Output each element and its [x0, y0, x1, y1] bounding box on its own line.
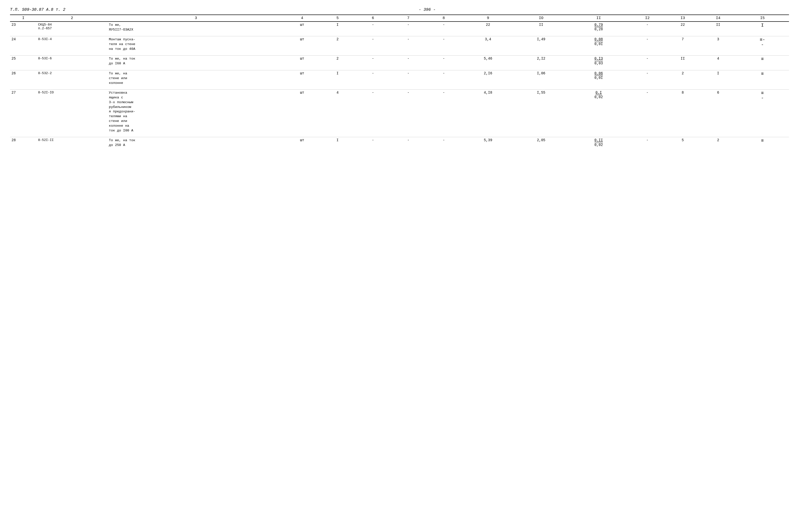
- fraction-value: 0,I30,03: [595, 57, 603, 65]
- document-header: Т.П. S09-30.87 А.8 т. 2 - 396 -: [10, 7, 789, 12]
- table-cell: шт: [284, 70, 320, 87]
- table-cell: -: [391, 137, 426, 149]
- col-header-5: 5: [320, 15, 355, 21]
- table-cell-fraction: 0,060,0I: [568, 70, 630, 87]
- table-cell: 2,I6: [461, 70, 515, 87]
- col-header-4: 4: [284, 15, 320, 21]
- table-cell: 8-532-2: [37, 70, 108, 87]
- table-cell: II: [665, 56, 700, 67]
- table-cell: -: [355, 137, 391, 149]
- table-cell: 7: [665, 36, 700, 53]
- table-cell: 27: [10, 89, 37, 134]
- table-cell: 8-53I-6: [37, 56, 108, 67]
- col-header-1: I: [10, 15, 37, 21]
- table-cell: 8-52I-IO: [37, 89, 108, 134]
- table-cell: -: [630, 89, 665, 134]
- table-cell: 5,46: [461, 56, 515, 67]
- col-header-10: IO: [515, 15, 568, 21]
- table-row: 258-53I-6То же, на ток до I60 Ашт2---5,4…: [10, 56, 789, 67]
- table-cell: -: [630, 36, 665, 53]
- table-cell-symbol: ≡ -: [736, 89, 789, 134]
- col-header-15: I5: [736, 15, 789, 21]
- table-cell: 8-53I-4: [37, 36, 108, 53]
- table-row: 268-532-2То же, на стене или колоннештI-…: [10, 70, 789, 87]
- doc-page: - 396 -: [419, 7, 435, 12]
- table-cell: II: [515, 21, 568, 33]
- table-cell: -: [630, 56, 665, 67]
- table-cell: -: [391, 89, 426, 134]
- table-cell: 4: [320, 89, 355, 134]
- table-cell-fraction: 0,080,0I: [568, 36, 630, 53]
- fraction-numerator: 0,I3: [595, 57, 603, 61]
- table-row: 278-52I-IOУстановка ящика с 3-х полюсным…: [10, 89, 789, 134]
- table-cell: шт: [284, 36, 320, 53]
- fraction-denominator: 0,0I: [595, 76, 603, 80]
- fraction-denominator: 0,28: [595, 27, 603, 31]
- table-cell: -: [426, 137, 461, 149]
- table-cell: шт: [284, 21, 320, 33]
- table-cell-symbol: ≡: [736, 56, 789, 67]
- table-cell: I: [320, 137, 355, 149]
- col-header-3: 3: [108, 15, 285, 21]
- table-cell: 8-52I-II: [37, 137, 108, 149]
- table-cell: 5: [665, 137, 700, 149]
- table-cell: То же, на ток до I60 А: [108, 56, 285, 67]
- col-header-6: 6: [355, 15, 391, 21]
- table-cell: То же, на ток до 250 А: [108, 137, 285, 149]
- table-cell-symbol: ≡- -: [736, 36, 789, 53]
- table-cell: 3,4: [461, 36, 515, 53]
- table-cell: 26: [10, 70, 37, 87]
- table-cell: -: [355, 56, 391, 67]
- fraction-numerator: 0,06: [595, 72, 603, 76]
- table-cell: -: [355, 89, 391, 134]
- table-cell: То же, на стене или колонне: [108, 70, 285, 87]
- fraction-value: 0,II0,02: [595, 138, 603, 147]
- table-cell: 22: [461, 21, 515, 33]
- table-cell-fraction: 0,I30,03: [568, 56, 630, 67]
- table-cell: I: [320, 70, 355, 87]
- table-row: 23СКЦ5-84 п.2-657То же, ЯУ5II7-ОЗА2ХштI-…: [10, 21, 789, 33]
- table-cell: Монтаж пуска- теля на стене на ток до 40…: [108, 36, 285, 53]
- table-cell: -: [426, 70, 461, 87]
- table-cell: Установка ящика с 3-х полюсным рубильник…: [108, 89, 285, 134]
- table-cell: 3: [701, 36, 736, 53]
- table-cell: 24: [10, 36, 37, 53]
- table-cell: I: [320, 21, 355, 33]
- table-cell: -: [391, 56, 426, 67]
- table-cell: -: [355, 36, 391, 53]
- table-cell: -: [630, 21, 665, 33]
- table-cell: 2: [665, 70, 700, 87]
- main-table: I 2 3 4 5 6 7 8 9 IO II I2 I3 I4 I5 23СК…: [10, 15, 789, 152]
- spacer-row: [10, 33, 789, 36]
- table-cell: шт: [284, 137, 320, 149]
- spacer-row: [10, 134, 789, 137]
- table-cell: -: [355, 21, 391, 33]
- table-cell: 2: [320, 36, 355, 53]
- fraction-value: 0,080,0I: [595, 38, 603, 46]
- spacer-row: [10, 149, 789, 152]
- fraction-value: 0,060,0I: [595, 72, 603, 80]
- table-cell-fraction: 0,II0,02: [568, 137, 630, 149]
- table-cell: -: [630, 70, 665, 87]
- table-row: 248-53I-4Монтаж пуска- теля на стене на …: [10, 36, 789, 53]
- fraction-denominator: 0,03: [595, 61, 603, 65]
- fraction-denominator: 0,02: [595, 143, 603, 147]
- fraction-denominator: 0,0I: [595, 42, 603, 46]
- table-cell: I: [701, 70, 736, 87]
- table-cell: 8: [665, 89, 700, 134]
- table-cell: I,06: [515, 70, 568, 87]
- fraction-numerator: 0,79: [595, 23, 603, 27]
- table-cell: 4: [701, 56, 736, 67]
- col-header-14: I4: [701, 15, 736, 21]
- table-cell: I,55: [515, 89, 568, 134]
- col-header-2: 2: [37, 15, 108, 21]
- col-header-13: I3: [665, 15, 700, 21]
- table-cell: -: [391, 70, 426, 87]
- col-header-12: I2: [630, 15, 665, 21]
- table-cell: 2: [701, 137, 736, 149]
- table-cell: 6: [701, 89, 736, 134]
- fraction-denominator: 0,02: [595, 95, 603, 99]
- table-cell: II: [701, 21, 736, 33]
- table-cell: 2,I2: [515, 56, 568, 67]
- table-cell: 2,05: [515, 137, 568, 149]
